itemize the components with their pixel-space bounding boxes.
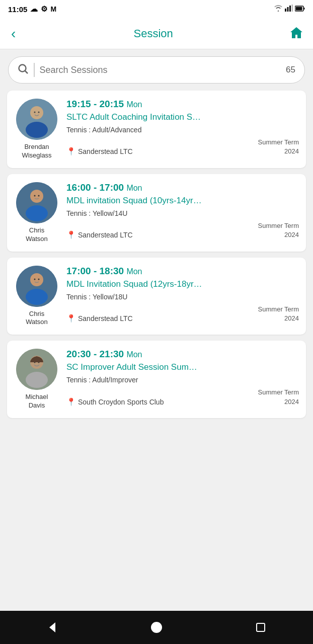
status-bar-right (274, 5, 305, 14)
search-count: 65 (286, 65, 295, 75)
nav-home-button[interactable] (139, 616, 174, 638)
status-bar-left: 11:05 ☁ ⚙ M (8, 5, 56, 14)
svg-point-17 (34, 195, 36, 196)
svg-point-26 (26, 372, 48, 388)
svg-point-20 (30, 273, 43, 286)
home-icon (289, 25, 304, 40)
mail-icon: M (50, 5, 56, 13)
location-pin-icon-4: 📍 (66, 397, 76, 407)
avatar-4 (16, 349, 57, 390)
search-section: 65 (0, 49, 313, 91)
status-bar: 11:05 ☁ ⚙ M (0, 0, 313, 18)
session-title-2: MDL invitation Squad (10yrs-14yr… (66, 195, 299, 206)
bottom-nav (0, 611, 313, 644)
svg-point-13 (38, 112, 40, 113)
session-location-3: 📍 Sanderstead LTC (66, 314, 133, 323)
session-time-3: 17:00 - 18:30 Mon (66, 266, 299, 277)
location-pin-icon-1: 📍 (66, 147, 76, 156)
cloud-icon: ☁ (30, 5, 38, 14)
session-term-2: Summer Term2024 (258, 221, 299, 239)
session-title-1: SLTC Adult Coaching Invitation S… (66, 112, 299, 123)
session-card-1[interactable]: BrendanWiseglass 19:15 - 20:15 Mon SLTC … (7, 91, 306, 168)
svg-rect-31 (257, 623, 265, 631)
avatar-1 (16, 99, 57, 140)
svg-line-8 (25, 70, 28, 73)
coach-name-1: BrendanWiseglass (22, 143, 51, 160)
coach-name-3: ChrisWatson (26, 310, 48, 327)
sessions-list: BrendanWiseglass 19:15 - 20:15 Mon SLTC … (0, 91, 313, 611)
session-card-4[interactable]: MichaelDavis 20:30 - 21:30 Mon SC Improv… (7, 341, 306, 418)
nav-recents-button[interactable] (243, 616, 278, 638)
coach-name-4: MichaelDavis (26, 393, 48, 410)
session-location-4: 📍 South Croydon Sports Club (66, 397, 164, 407)
nav-back-button[interactable] (35, 616, 70, 638)
session-category-4: Tennis : Adult/Improver (66, 376, 299, 384)
app-bar: ‹ Session (0, 18, 313, 49)
svg-rect-6 (296, 7, 302, 11)
svg-point-16 (26, 205, 48, 221)
session-card-3[interactable]: ChrisWatson 17:00 - 18:30 Mon MDL Invita… (7, 258, 306, 335)
battery-icon (295, 5, 305, 14)
svg-point-22 (34, 278, 36, 280)
session-location-1: 📍 Sanderstead LTC (66, 147, 133, 156)
session-time-2: 16:00 - 17:00 Mon (66, 182, 299, 193)
card-right-1: 19:15 - 20:15 Mon SLTC Adult Coaching In… (66, 99, 299, 160)
card-left-3: ChrisWatson (14, 266, 59, 327)
session-time-1: 19:15 - 20:15 Mon (66, 99, 299, 110)
location-pin-icon-2: 📍 (66, 230, 76, 239)
session-category-2: Tennis : Yellow/14U (66, 209, 299, 217)
svg-point-21 (26, 289, 48, 305)
avatar-2 (16, 182, 57, 223)
session-term-1: Summer Term2024 (258, 138, 299, 156)
svg-marker-29 (49, 622, 55, 632)
svg-rect-5 (304, 8, 305, 10)
card-right-3: 17:00 - 18:30 Mon MDL Invitation Squad (… (66, 266, 299, 327)
session-category-3: Tennis : Yellow/18U (66, 293, 299, 301)
session-location-2: 📍 Sanderstead LTC (66, 230, 133, 239)
back-button[interactable]: ‹ (9, 24, 18, 44)
svg-point-30 (151, 622, 162, 633)
session-location-row-1: 📍 Sanderstead LTC Summer Term2024 (66, 138, 299, 156)
card-left-4: MichaelDavis (14, 349, 59, 410)
signal-icon (285, 5, 293, 14)
card-left-1: BrendanWiseglass (14, 99, 59, 160)
search-icon (18, 63, 29, 77)
session-time-4: 20:30 - 21:30 Mon (66, 349, 299, 360)
wifi-icon (274, 5, 283, 14)
svg-point-10 (30, 106, 43, 119)
svg-rect-2 (289, 6, 291, 12)
session-term-3: Summer Term2024 (258, 305, 299, 323)
coach-name-2: ChrisWatson (26, 226, 48, 244)
session-title-4: SC Improver Adult Session Sum… (66, 362, 299, 373)
home-button[interactable] (289, 25, 304, 42)
card-right-4: 20:30 - 21:30 Mon SC Improver Adult Sess… (66, 349, 299, 410)
svg-point-11 (26, 122, 48, 138)
svg-rect-1 (287, 7, 289, 12)
svg-point-7 (19, 64, 26, 71)
svg-point-15 (30, 190, 43, 203)
session-term-4: Summer Term2024 (258, 388, 299, 406)
session-category-1: Tennis : Adult/Advanced (66, 126, 299, 134)
page-title: Session (134, 27, 173, 40)
svg-point-23 (38, 278, 40, 280)
status-time: 11:05 (8, 5, 27, 14)
avatar-3 (16, 266, 57, 307)
session-card-2[interactable]: ChrisWatson 16:00 - 17:00 Mon MDL invita… (7, 174, 306, 252)
search-divider (34, 63, 35, 77)
session-location-row-3: 📍 Sanderstead LTC Summer Term2024 (66, 305, 299, 323)
session-location-row-4: 📍 South Croydon Sports Club Summer Term2… (66, 388, 299, 406)
search-bar: 65 (8, 56, 305, 84)
search-input[interactable] (40, 65, 281, 75)
location-pin-icon-3: 📍 (66, 314, 76, 323)
svg-point-18 (38, 195, 40, 196)
card-left-2: ChrisWatson (14, 182, 59, 244)
svg-point-12 (34, 112, 36, 113)
session-title-3: MDL Invitation Squad (12yrs-18yr… (66, 279, 299, 290)
card-right-2: 16:00 - 17:00 Mon MDL invitation Squad (… (66, 182, 299, 244)
settings-icon: ⚙ (41, 5, 47, 14)
svg-rect-0 (285, 9, 286, 12)
svg-rect-3 (292, 5, 293, 12)
session-location-row-2: 📍 Sanderstead LTC Summer Term2024 (66, 221, 299, 239)
